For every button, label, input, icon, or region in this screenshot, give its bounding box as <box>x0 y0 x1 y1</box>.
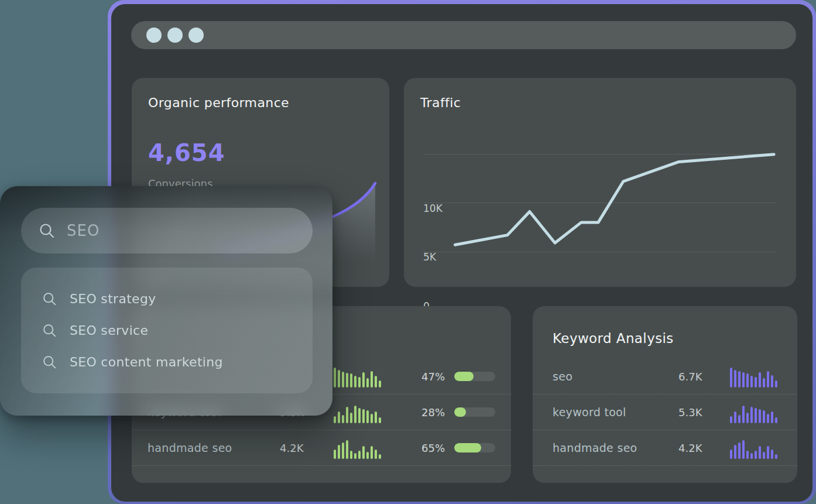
conversions-value: 4,654 <box>148 139 225 166</box>
sparkline-bars <box>730 401 777 423</box>
card-title: Organic performance <box>148 95 289 110</box>
search-suggestion-item[interactable]: SEO content marketing <box>42 346 313 378</box>
volume-cell: 6.7K <box>678 371 728 383</box>
search-icon <box>42 323 57 338</box>
search-input[interactable]: SEO <box>21 208 313 253</box>
keyword-cell: handmade seo <box>148 441 280 454</box>
sparkline-bars <box>334 437 383 459</box>
address-bar[interactable] <box>131 21 796 49</box>
suggestion-label: SEO strategy <box>70 292 156 306</box>
keyword-cell: keyword tool <box>553 406 678 419</box>
traffic-line-svg <box>404 78 796 287</box>
progress-bar <box>454 443 495 452</box>
sparkline-bars <box>334 401 383 423</box>
sparkline-bars <box>730 365 777 388</box>
search-suggestion-item[interactable]: SEO service <box>42 314 313 346</box>
keyword-cell: handmade seo <box>553 441 678 454</box>
window-control-dot[interactable] <box>146 28 162 43</box>
page-background: Organic performance 4,654 Conversions <box>0 0 816 504</box>
sparkline-bars <box>730 437 777 459</box>
card-title: Keyword Analysis <box>553 331 674 346</box>
traffic-card: Traffic 10K 5K 0 .traffic .tick{transfor… <box>404 78 796 287</box>
progress-bar <box>454 372 495 381</box>
search-query-text: SEO <box>67 222 100 239</box>
suggestion-label: SEO content marketing <box>70 355 223 369</box>
search-icon <box>42 355 57 369</box>
search-suggestions-panel: SEO strategy SEO service SEO content mar… <box>21 268 313 393</box>
table-row: seo 6.7K <box>533 359 797 395</box>
volume-cell: 4.2K <box>280 442 334 454</box>
keyword-analysis-card: Keyword Analysis seo 6.7K keyword tool 5… <box>533 306 797 483</box>
suggestion-label: SEO service <box>70 323 148 338</box>
table-row: handmade seo 4.2K 65% <box>132 430 511 466</box>
search-overlay-panel: SEO SEO strategy SEO service <box>0 186 332 416</box>
table-row: handmade seo 4.2K <box>533 430 797 466</box>
sparkline-bars <box>334 365 383 388</box>
volume-cell: 4.2K <box>678 442 728 454</box>
table-row: keyword tool 5.3K <box>533 395 797 430</box>
window-control-dot[interactable] <box>167 28 183 43</box>
window-control-dot[interactable] <box>188 28 204 43</box>
keyword-cell: seo <box>553 370 678 383</box>
percent-cell: 47% <box>383 371 446 383</box>
percent-cell: 65% <box>383 442 446 454</box>
volume-cell: 5.3K <box>678 406 728 419</box>
search-icon <box>42 292 57 306</box>
percent-cell: 28% <box>383 406 446 419</box>
search-suggestion-item[interactable]: SEO strategy <box>42 283 313 314</box>
progress-bar <box>454 407 495 417</box>
search-icon <box>39 222 55 239</box>
